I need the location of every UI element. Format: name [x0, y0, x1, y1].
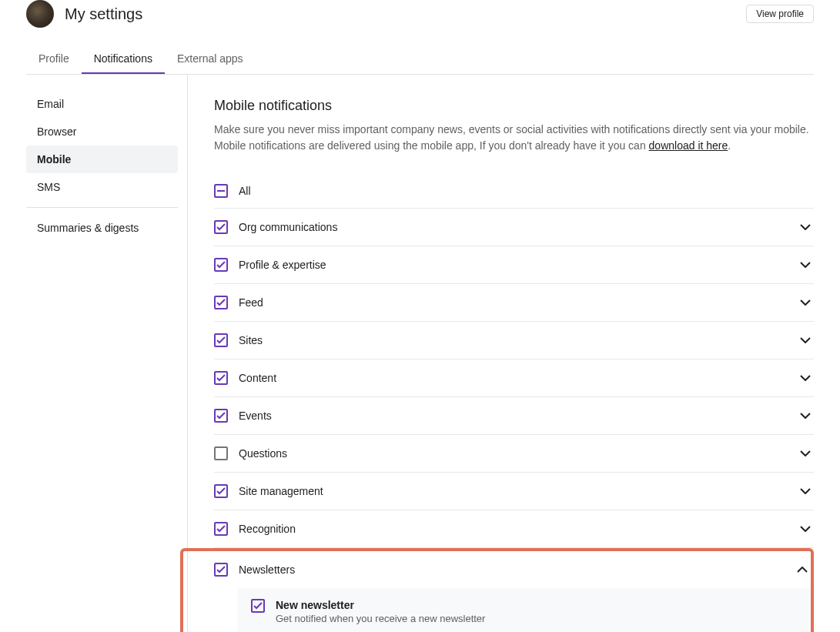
- row-label-events: Events: [239, 410, 797, 422]
- row-questions[interactable]: Questions: [214, 435, 814, 473]
- tab-profile[interactable]: Profile: [26, 45, 82, 74]
- checkbox-org[interactable]: [214, 220, 228, 234]
- download-link[interactable]: download it here: [649, 139, 728, 152]
- row-label-feed: Feed: [239, 296, 797, 309]
- chevron-down-icon: [797, 445, 814, 462]
- chevron-down-icon: [797, 407, 814, 424]
- row-label-sites: Sites: [239, 334, 797, 346]
- avatar[interactable]: [26, 0, 54, 28]
- section-title: Mobile notifications: [214, 98, 814, 114]
- chevron-down-icon: [797, 483, 814, 500]
- row-label-site-management: Site management: [239, 485, 797, 497]
- row-label-questions: Questions: [239, 447, 797, 460]
- row-label-profile-expertise: Profile & expertise: [239, 259, 797, 271]
- row-content[interactable]: Content: [214, 359, 814, 397]
- tab-notifications[interactable]: Notifications: [82, 45, 165, 74]
- row-label-recognition: Recognition: [239, 523, 797, 535]
- tab-external-apps[interactable]: External apps: [165, 45, 256, 74]
- row-org[interactable]: Org communications: [214, 209, 814, 246]
- checkbox-site-management[interactable]: [214, 484, 228, 498]
- chevron-down-icon: [797, 332, 814, 349]
- sub-desc-new-newsletter: Get notified when you receive a new news…: [276, 613, 485, 624]
- sidebar: Email Browser Mobile SMS Summaries & dig…: [26, 75, 188, 632]
- settings-tabs: Profile Notifications External apps: [26, 45, 814, 75]
- section-desc-period: .: [728, 139, 731, 152]
- row-label-content: Content: [239, 372, 797, 384]
- row-label-org: Org communications: [239, 221, 797, 233]
- sidebar-item-mobile[interactable]: Mobile: [26, 145, 178, 173]
- chevron-up-icon: [794, 561, 811, 578]
- chevron-down-icon: [797, 294, 814, 311]
- checkbox-questions[interactable]: [214, 446, 228, 460]
- checkbox-profile-expertise[interactable]: [214, 258, 228, 272]
- row-newsletters[interactable]: Newsletters: [214, 551, 811, 588]
- row-feed[interactable]: Feed: [214, 284, 814, 322]
- chevron-down-icon: [797, 219, 814, 236]
- row-sites[interactable]: Sites: [214, 322, 814, 359]
- row-profile-expertise[interactable]: Profile & expertise: [214, 246, 814, 284]
- sidebar-item-summaries[interactable]: Summaries & digests: [26, 214, 178, 242]
- sub-row-new-newsletter[interactable]: New newsletter Get notified when you rec…: [237, 588, 811, 632]
- sidebar-divider: [26, 207, 178, 208]
- checkbox-all[interactable]: [214, 184, 228, 198]
- sidebar-item-sms[interactable]: SMS: [26, 173, 178, 201]
- row-recognition[interactable]: Recognition: [214, 510, 814, 548]
- sidebar-item-browser[interactable]: Browser: [26, 118, 178, 145]
- row-events[interactable]: Events: [214, 397, 814, 435]
- newsletters-highlight: Newsletters New newsletter Get notified …: [180, 548, 814, 632]
- section-description: Make sure you never miss important compa…: [214, 122, 814, 154]
- checkbox-newsletters[interactable]: [214, 563, 228, 577]
- checkbox-sites[interactable]: [214, 333, 228, 347]
- sidebar-item-email[interactable]: Email: [26, 90, 178, 118]
- chevron-down-icon: [797, 520, 814, 537]
- checkbox-new-newsletter[interactable]: [251, 599, 265, 613]
- sub-title-new-newsletter: New newsletter: [276, 599, 485, 611]
- checkbox-recognition[interactable]: [214, 522, 228, 536]
- row-label-newsletters: Newsletters: [239, 563, 794, 576]
- chevron-down-icon: [797, 370, 814, 386]
- page-title: My settings: [65, 5, 746, 23]
- view-profile-button[interactable]: View profile: [746, 5, 814, 23]
- checkbox-content[interactable]: [214, 371, 228, 385]
- row-site-management[interactable]: Site management: [214, 473, 814, 510]
- chevron-down-icon: [797, 256, 814, 273]
- checkbox-feed[interactable]: [214, 296, 228, 309]
- row-label-all: All: [239, 185, 814, 197]
- row-all[interactable]: All: [214, 174, 814, 209]
- svg-rect-0: [217, 190, 225, 192]
- checkbox-events[interactable]: [214, 409, 228, 423]
